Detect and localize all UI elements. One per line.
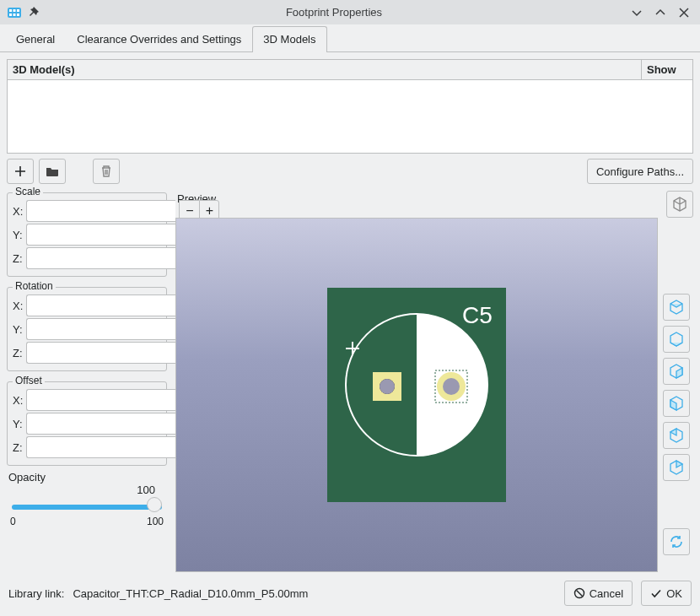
tab-clearance[interactable]: Clearance Overrides and Settings [66, 26, 252, 52]
rotation-y-label: Y: [13, 323, 23, 336]
cancel-icon [573, 587, 585, 599]
offset-z-label: Z: [13, 441, 23, 454]
opacity-max-label: 100 [147, 516, 164, 527]
library-link-value: Capacitor_THT:CP_Radial_D10.0mm_P5.00mm [73, 587, 308, 600]
preview-title: Preview [175, 191, 661, 208]
svg-rect-3 [17, 9, 19, 12]
titlebar: Footprint Properties [0, 0, 700, 24]
svg-rect-4 [9, 14, 12, 16]
preview-iso-button[interactable] [666, 191, 693, 218]
offset-z-input[interactable] [26, 436, 175, 458]
window-title: Footprint Properties [46, 6, 622, 19]
svg-rect-6 [17, 14, 19, 16]
opacity-min-label: 0 [10, 516, 16, 527]
minimize-button[interactable] [627, 3, 646, 22]
offset-y-label: Y: [13, 418, 23, 430]
scale-z-label: Z: [13, 252, 23, 265]
svg-point-15 [380, 379, 395, 394]
add-model-button[interactable] [7, 159, 34, 184]
tab-3d-models[interactable]: 3D Models [252, 26, 326, 52]
tab-bar: General Clearance Overrides and Settings… [0, 24, 700, 52]
tab-general[interactable]: General [5, 26, 66, 52]
maximize-button[interactable] [651, 3, 670, 22]
opacity-slider[interactable] [12, 505, 162, 510]
rotation-z-label: Z: [13, 347, 23, 359]
browse-model-button[interactable] [39, 159, 66, 184]
scale-x-input[interactable] [26, 200, 175, 222]
view-right-button[interactable] [663, 454, 690, 481]
view-front-button[interactable] [663, 358, 690, 385]
opacity-title: Opacity [8, 471, 165, 484]
svg-rect-1 [9, 9, 12, 12]
offset-title: Offset [13, 375, 45, 386]
library-link-label: Library link: [8, 587, 64, 600]
scale-group: Scale X: − + Y: − + [7, 192, 167, 277]
offset-y-input[interactable] [26, 413, 175, 435]
models-list-body[interactable] [8, 80, 692, 153]
scale-z-input[interactable] [26, 247, 175, 269]
cancel-button[interactable]: Cancel [564, 581, 633, 606]
view-top-button[interactable] [663, 294, 690, 321]
rotation-x-label: X: [13, 300, 23, 312]
ok-label: OK [666, 587, 682, 600]
scale-x-label: X: [13, 205, 23, 218]
preview-scene: C5 [327, 288, 506, 502]
configure-paths-button[interactable]: Configure Paths... [587, 159, 693, 184]
cancel-label: Cancel [590, 587, 623, 600]
svg-point-18 [443, 378, 460, 395]
ok-button[interactable]: OK [641, 581, 692, 606]
opacity-value-label: 100 [8, 484, 165, 496]
view-left-button[interactable] [663, 422, 690, 449]
models-list: 3D Model(s) Show [7, 59, 693, 154]
svg-rect-0 [8, 8, 21, 18]
view-bottom-button[interactable] [663, 326, 690, 353]
scale-y-label: Y: [13, 229, 23, 241]
rotation-x-input[interactable] [26, 294, 175, 316]
preview-viewport[interactable]: C5 [175, 218, 658, 572]
app-icon [7, 5, 22, 20]
pin-icon[interactable] [27, 6, 40, 19]
rotation-z-input[interactable] [26, 342, 175, 364]
silkscreen-text: C5 [462, 302, 493, 328]
delete-model-button[interactable] [93, 159, 120, 184]
footer: Library link: Capacitor_THT:CP_Radial_D1… [0, 572, 700, 616]
offset-x-label: X: [13, 394, 23, 407]
opacity-group: Opacity 100 0 100 [7, 469, 167, 532]
refresh-preview-button[interactable] [663, 528, 690, 555]
offset-group: Offset X: −+ Y: −+ Z: −+ [7, 381, 167, 466]
svg-rect-2 [13, 9, 16, 12]
show-header: Show [642, 60, 692, 79]
rotation-group: Rotation X: −+ Y: −+ Z: −+ [7, 287, 167, 371]
rotation-title: Rotation [13, 280, 56, 292]
close-button[interactable] [675, 3, 693, 22]
ok-icon [650, 587, 662, 599]
offset-x-input[interactable] [26, 389, 175, 411]
scale-y-input[interactable] [26, 224, 175, 246]
models-header: 3D Model(s) [8, 60, 642, 79]
svg-rect-5 [13, 14, 16, 16]
view-back-button[interactable] [663, 390, 690, 417]
rotation-y-input[interactable] [26, 318, 175, 340]
scale-title: Scale [13, 186, 43, 197]
